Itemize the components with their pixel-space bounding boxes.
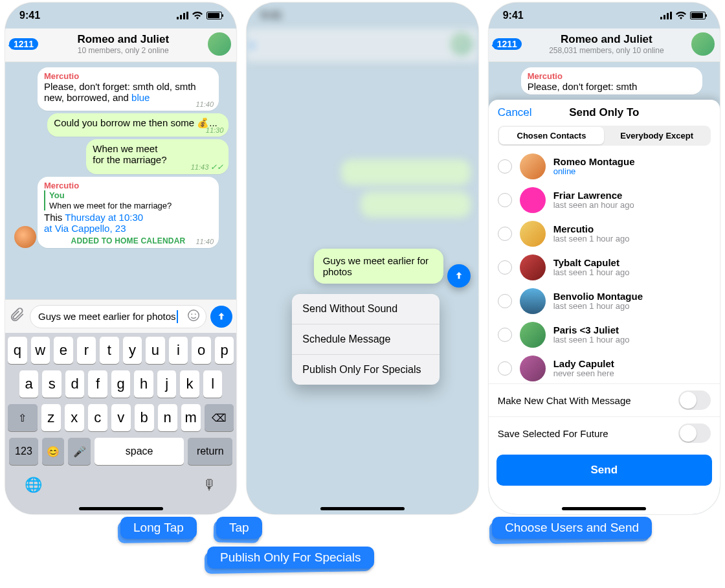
contact-row[interactable]: Paris <3 Julietlast seen 1 hour ago bbox=[489, 318, 720, 352]
radio[interactable] bbox=[498, 193, 512, 207]
messages-list[interactable]: Mercutio Please, don't forget: smth old,… bbox=[5, 62, 236, 299]
status-bar: 9:41 bbox=[489, 3, 720, 28]
cancel-button[interactable]: Cancel bbox=[498, 106, 532, 119]
attach-icon[interactable] bbox=[9, 307, 26, 326]
contact-name: Lady Capulet bbox=[553, 358, 614, 369]
sender-avatar[interactable] bbox=[14, 226, 36, 248]
key-d[interactable]: d bbox=[65, 370, 84, 398]
radio[interactable] bbox=[498, 260, 512, 275]
chat-title[interactable]: Romeo and Juliet bbox=[38, 33, 208, 46]
message-time: 11:40 bbox=[195, 100, 214, 108]
key-o[interactable]: o bbox=[192, 337, 211, 364]
key-s[interactable]: s bbox=[42, 370, 61, 398]
send-button[interactable]: Send bbox=[496, 455, 712, 486]
contacts-list[interactable]: Romeo MontagueonlineFriar Lawrencelast s… bbox=[489, 150, 720, 383]
menu-send-without-sound[interactable]: Send Without Sound bbox=[292, 294, 439, 324]
caption-long-tap: Long Tap bbox=[120, 517, 197, 539]
radio[interactable] bbox=[498, 328, 512, 342]
key-m[interactable]: m bbox=[181, 404, 201, 431]
contact-status: last seen 1 hour ago bbox=[553, 335, 630, 345]
key-c[interactable]: c bbox=[88, 404, 107, 431]
contact-row[interactable]: Mercutiolast seen 1 hour ago bbox=[489, 217, 720, 251]
group-avatar[interactable] bbox=[691, 32, 715, 56]
contact-row[interactable]: Benvolio Montaguelast seen 1 hour ago bbox=[489, 284, 720, 318]
key-v[interactable]: v bbox=[111, 404, 131, 431]
chat-title[interactable]: Romeo and Juliet bbox=[522, 33, 691, 46]
message-out[interactable]: When we meet for the marriage? 11:43 ✓✓ bbox=[86, 139, 229, 174]
message-link[interactable]: Thursday at 10:30 bbox=[65, 212, 143, 223]
message-out[interactable]: Could you borrow me then some 💰... 11:30 bbox=[47, 113, 229, 137]
key-h[interactable]: h bbox=[134, 370, 153, 398]
chat-subtitle: 258,031 members, only 10 online bbox=[522, 46, 691, 55]
delete-key[interactable]: ⌫ bbox=[205, 404, 234, 431]
key-f[interactable]: f bbox=[88, 370, 107, 398]
contact-row[interactable]: Romeo Montagueonline bbox=[489, 150, 720, 183]
home-indicator[interactable] bbox=[320, 507, 405, 510]
segment-chosen-contacts[interactable]: Chosen Contacts bbox=[499, 127, 605, 144]
menu-publish-specials[interactable]: Publish Only For Specials bbox=[292, 355, 439, 385]
emoji-icon[interactable] bbox=[186, 308, 201, 324]
key-l[interactable]: l bbox=[203, 370, 222, 398]
contact-row[interactable]: Tybalt Capuletlast seen 1 hour ago bbox=[489, 251, 720, 284]
message-link[interactable]: at Via Cappello, 23 bbox=[44, 223, 126, 234]
emoji-key[interactable]: 😊 bbox=[42, 438, 65, 465]
contact-name: Mercutio bbox=[553, 223, 630, 234]
screen-send-only-to: 9:41 ‹ 1211 Romeo and Juliet 258,031 mem… bbox=[489, 3, 720, 514]
send-button[interactable] bbox=[210, 306, 232, 328]
back-button[interactable]: ‹ 1211 bbox=[491, 38, 522, 50]
key-y[interactable]: y bbox=[123, 337, 142, 364]
home-indicator[interactable] bbox=[79, 507, 163, 510]
contact-row[interactable]: Friar Lawrencelast seen an hour ago bbox=[489, 183, 720, 217]
return-key[interactable]: return bbox=[188, 438, 232, 465]
key-t[interactable]: t bbox=[100, 337, 119, 364]
chat-navbar: ‹ 1211 Romeo and Juliet 258,031 members,… bbox=[489, 28, 720, 62]
key-u[interactable]: u bbox=[146, 337, 165, 364]
numbers-key[interactable]: 123 bbox=[9, 438, 38, 465]
toggle[interactable] bbox=[678, 390, 711, 410]
key-w[interactable]: w bbox=[31, 337, 50, 364]
radio[interactable] bbox=[498, 227, 512, 241]
radio[interactable] bbox=[498, 361, 512, 376]
key-a[interactable]: a bbox=[19, 370, 38, 398]
key-z[interactable]: z bbox=[41, 404, 61, 431]
send-button[interactable] bbox=[447, 264, 471, 288]
toggle[interactable] bbox=[678, 424, 711, 443]
send-only-to-sheet: Cancel Send Only To Chosen Contacts Ever… bbox=[489, 100, 720, 514]
dictate-icon[interactable]: 🎙 bbox=[203, 477, 217, 493]
calendar-added-label[interactable]: ADDED TO HOME CALENDAR bbox=[44, 236, 212, 245]
group-avatar[interactable] bbox=[208, 32, 231, 56]
menu-schedule-message[interactable]: Schedule Message bbox=[292, 324, 439, 355]
key-j[interactable]: j bbox=[157, 370, 176, 398]
key-e[interactable]: e bbox=[54, 337, 73, 364]
globe-icon[interactable]: 🌐 bbox=[25, 477, 42, 493]
recipient-mode-segment[interactable]: Chosen Contacts Everybody Except bbox=[498, 126, 711, 146]
key-p[interactable]: p bbox=[215, 337, 234, 364]
key-q[interactable]: q bbox=[8, 337, 27, 364]
radio[interactable] bbox=[498, 294, 512, 308]
contact-row[interactable]: Lady Capuletnever seen here bbox=[489, 352, 720, 383]
shift-key[interactable]: ⇧ bbox=[8, 404, 38, 431]
key-g[interactable]: g bbox=[111, 370, 130, 398]
key-i[interactable]: i bbox=[169, 337, 188, 364]
preview-text: Guys we meet earlier for photos bbox=[323, 255, 429, 277]
key-b[interactable]: b bbox=[135, 404, 154, 431]
option-make-new-chat[interactable]: Make New Chat With Message bbox=[489, 383, 720, 416]
mic-key[interactable]: 🎤 bbox=[68, 438, 91, 465]
message-in[interactable]: Mercutio You When we meet for the marria… bbox=[38, 177, 219, 248]
key-k[interactable]: k bbox=[180, 370, 199, 398]
reply-preview[interactable]: You When we meet for the marriage? bbox=[44, 190, 212, 210]
radio[interactable] bbox=[498, 159, 512, 174]
keyboard[interactable]: qwertyuiop asdfghjkl ⇧ zxcvbnm ⌫ 123 😊 🎤… bbox=[5, 333, 236, 514]
message-link[interactable]: blue bbox=[131, 92, 150, 103]
sender-name: Mercutio bbox=[44, 181, 212, 190]
key-x[interactable]: x bbox=[65, 404, 84, 431]
message-input[interactable]: Guys we meet earlier for photos bbox=[30, 305, 206, 328]
option-save-selected[interactable]: Save Selected For Future bbox=[489, 416, 720, 449]
home-indicator[interactable] bbox=[562, 507, 646, 510]
back-button[interactable]: ‹ 1211 bbox=[8, 38, 38, 50]
space-key[interactable]: space bbox=[95, 438, 184, 465]
key-r[interactable]: r bbox=[77, 337, 96, 364]
message-in[interactable]: Mercutio Please, don't forget: smth old,… bbox=[38, 67, 219, 111]
key-n[interactable]: n bbox=[158, 404, 177, 431]
segment-everybody-except[interactable]: Everybody Except bbox=[604, 127, 709, 144]
